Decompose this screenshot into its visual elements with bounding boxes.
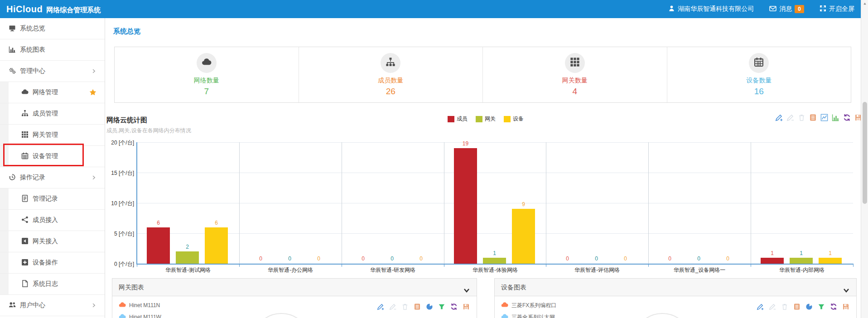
bar-设备-华辰智通-测试网络[interactable] <box>205 227 228 264</box>
vertical-scrollbar[interactable] <box>861 0 868 318</box>
nav-fullscreen[interactable]: 开启全屏 <box>820 5 854 13</box>
pencil-remove-icon[interactable] <box>388 302 397 311</box>
legend-item-Hinet M111N[interactable]: Hinet M111N <box>119 299 161 311</box>
file-icon <box>21 280 29 289</box>
sidebar-item-系统总览[interactable]: 系统总览 <box>0 18 105 39</box>
category-splitline <box>239 142 240 264</box>
sidebar-item-设备操作[interactable]: 设备操作 <box>0 252 105 274</box>
sidebar-item-管理中心[interactable]: 管理中心 <box>0 61 105 82</box>
stats-card: 网络数量7成员数量26网关数量4设备数量16 <box>114 47 851 103</box>
chevron-down-icon[interactable] <box>463 283 470 301</box>
bar-value-label: 6 <box>207 220 227 226</box>
sidebar-item-label: 用户中心 <box>20 301 45 309</box>
refresh-icon[interactable] <box>843 113 851 122</box>
nav-messages[interactable]: 消息 0 <box>769 5 804 14</box>
legend-item-三菱FX系列编程口[interactable]: 三菱FX系列编程口 <box>501 299 556 311</box>
refresh-icon[interactable] <box>829 302 838 311</box>
stat-icon-circle <box>381 53 400 73</box>
bar-value-label: 9 <box>514 201 534 207</box>
gridline <box>137 203 853 203</box>
chart-toolbar <box>775 113 863 122</box>
pencil-add-icon[interactable] <box>775 113 783 122</box>
bar-chart-icon[interactable] <box>831 113 840 122</box>
chevron-right-icon <box>91 175 96 180</box>
legend-swatch <box>504 116 511 122</box>
legend-item-设备[interactable]: 设备 <box>504 115 524 123</box>
sidebar-item-管理记录[interactable]: 管理记录 <box>0 188 105 210</box>
scrollbar-up-arrow[interactable] <box>862 1 868 6</box>
cloud-icon <box>21 88 29 97</box>
star-icon <box>89 89 96 96</box>
gridline <box>137 142 853 143</box>
category-label: 华辰智通-办公网络 <box>239 266 342 274</box>
data-view-icon[interactable] <box>809 113 817 122</box>
funnel-icon[interactable] <box>437 302 446 311</box>
bar-成员-华辰智通-内部网络[interactable] <box>761 258 784 264</box>
bar-value-label: 6 <box>149 220 169 226</box>
trash-icon[interactable] <box>780 302 789 311</box>
panel-header-网关图表[interactable]: 网关图表 <box>112 279 477 296</box>
save-icon[interactable] <box>462 302 470 311</box>
pencil-remove-icon[interactable] <box>768 302 776 311</box>
chevron-down-icon[interactable] <box>843 283 850 301</box>
pencil-add-icon[interactable] <box>756 302 764 311</box>
sidebar-item-网关接入[interactable]: 网关接入 <box>0 231 105 252</box>
sidebar-item-成员管理[interactable]: 成员管理 <box>0 103 105 125</box>
monitor-icon <box>9 24 16 33</box>
share-icon <box>21 216 29 225</box>
sidebar-item-设备管理[interactable]: 设备管理 <box>0 146 105 167</box>
panel-title: 网关图表 <box>119 284 144 291</box>
bar-网关-华辰智通-内部网络[interactable] <box>790 258 813 264</box>
pie-chart-icon[interactable] <box>805 302 813 311</box>
messages-count-badge: 0 <box>795 5 804 13</box>
scrollbar-thumb[interactable] <box>863 102 867 204</box>
bar-成员-华辰智通-体验网络[interactable] <box>454 148 477 264</box>
nav-company[interactable]: 湖南华辰智通科技有限公司 <box>668 5 754 13</box>
bar-value-label: 1 <box>791 250 811 256</box>
sidebar-item-网关管理[interactable]: 网关管理 <box>0 125 105 146</box>
bar-网关-华辰智通-测试网络[interactable] <box>176 251 199 264</box>
legend-item-成员[interactable]: 成员 <box>448 115 468 123</box>
sidebar-item-操作记录[interactable]: 操作记录 <box>0 167 105 188</box>
bar-value-label: 0 <box>558 255 578 262</box>
legend-item-网关[interactable]: 网关 <box>476 115 496 123</box>
pencil-remove-icon[interactable] <box>786 113 795 122</box>
stat-value: 4 <box>572 87 577 96</box>
bar-成员-华辰智通-测试网络[interactable] <box>147 227 170 264</box>
bar-value-label: 0 <box>382 255 402 262</box>
refresh-icon[interactable] <box>449 302 458 311</box>
sidebar-item-网络管理[interactable]: 网络管理 <box>0 82 105 103</box>
brand[interactable]: HiCloud 网络综合管理系统 <box>6 4 101 14</box>
x-axis-tick <box>853 265 854 267</box>
bar-网关-华辰智通-体验网络[interactable] <box>483 258 506 264</box>
trash-icon[interactable] <box>400 302 409 311</box>
legend-item-三菱全系列以太网[interactable]: 三菱全系列以太网 <box>501 311 556 318</box>
save-icon[interactable] <box>841 302 850 311</box>
sidebar-item-label: 成员管理 <box>33 110 58 118</box>
sidebar-item-用户中心[interactable]: 用户中心 <box>0 295 105 316</box>
funnel-icon[interactable] <box>817 302 825 311</box>
panel-header-设备图表[interactable]: 设备图表 <box>495 279 856 296</box>
sidebar-item-成员接入[interactable]: 成员接入 <box>0 210 105 231</box>
bar-设备-华辰智通-体验网络[interactable] <box>512 209 535 264</box>
category-label: 华辰智通-内部网络 <box>751 266 853 274</box>
sidebar-item-系统图表[interactable]: 系统图表 <box>0 39 105 61</box>
sidebar-item-系统日志[interactable]: 系统日志 <box>0 274 105 295</box>
stat-icon-circle <box>565 53 585 73</box>
line-chart-icon[interactable] <box>820 113 829 122</box>
cloud-icon <box>119 313 126 318</box>
trash-icon[interactable] <box>797 113 806 122</box>
company-name: 湖南华辰智通科技有限公司 <box>678 5 754 13</box>
category-label: 华辰智通-测试网络 <box>137 266 239 274</box>
panel-legend-items: Hinet M111NHinet M111W <box>119 299 161 318</box>
legend-swatch <box>476 116 482 122</box>
legend-item-Hinet M111W[interactable]: Hinet M111W <box>119 311 161 318</box>
pie-chart-icon[interactable] <box>425 302 434 311</box>
data-view-icon[interactable] <box>413 302 421 311</box>
chart-legend: 成员网关设备 <box>448 115 524 123</box>
legend-item-label: 三菱FX系列编程口 <box>511 302 556 309</box>
pencil-add-icon[interactable] <box>376 302 385 311</box>
sitemap-icon <box>21 110 29 118</box>
bar-设备-华辰智通-内部网络[interactable] <box>819 258 842 264</box>
data-view-icon[interactable] <box>792 302 801 311</box>
